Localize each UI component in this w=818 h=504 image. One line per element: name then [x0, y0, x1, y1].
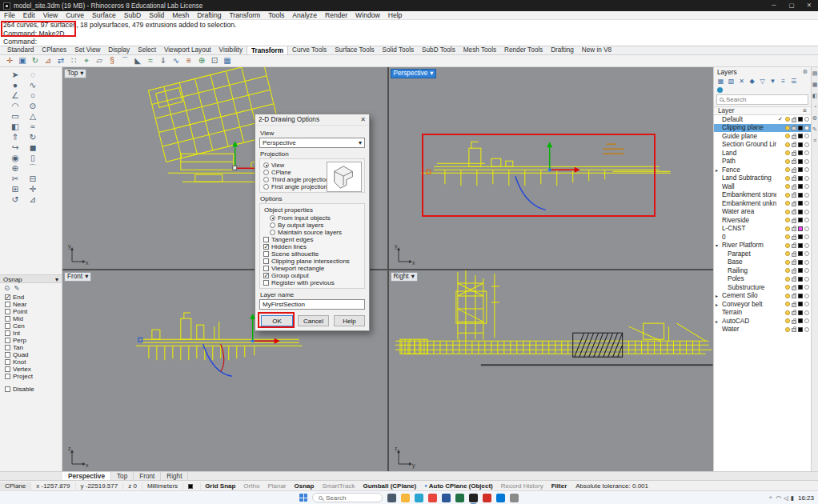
- layer-visibility-icon[interactable]: [785, 167, 790, 172]
- layer-row[interactable]: Embankment unknown: [714, 199, 811, 208]
- orient-icon[interactable]: ⌖: [81, 55, 92, 66]
- excel-icon[interactable]: [455, 494, 464, 502]
- smooth-icon[interactable]: ∿: [170, 55, 182, 66]
- layer-row[interactable]: Fence: [714, 166, 811, 174]
- layer-material-icon[interactable]: [804, 142, 809, 147]
- layers-search-input[interactable]: [726, 96, 805, 103]
- layer-lock-icon[interactable]: [792, 152, 796, 156]
- edge-icon[interactable]: [415, 494, 423, 502]
- status-toggle[interactable]: Planar: [263, 482, 290, 490]
- layer-material-icon[interactable]: [804, 318, 809, 323]
- layer-material-icon[interactable]: [804, 201, 809, 206]
- layer-row[interactable]: Poles: [714, 275, 811, 284]
- layer-visibility-icon[interactable]: [785, 302, 790, 306]
- new-sublayer-icon[interactable]: ▧: [727, 78, 736, 85]
- layer-name[interactable]: Water: [722, 326, 776, 333]
- layer-lock-icon[interactable]: [792, 286, 796, 290]
- layer-color-swatch[interactable]: [798, 210, 803, 214]
- option-checkbox[interactable]: Clipping plane intersections: [263, 258, 362, 265]
- cage-edit-icon[interactable]: ▦: [222, 55, 233, 66]
- layer-visibility-icon[interactable]: [785, 260, 790, 265]
- layer-visibility-icon[interactable]: [785, 117, 790, 122]
- layer-visibility-icon[interactable]: [785, 268, 790, 273]
- layer-color-swatch[interactable]: [798, 126, 803, 130]
- osnap-option[interactable]: Int: [5, 330, 62, 337]
- layer-row[interactable]: Embankment stone: [714, 191, 811, 200]
- toolbar-tab[interactable]: Solid Tools: [379, 46, 418, 54]
- toolbar-tab[interactable]: Drafting: [547, 46, 578, 54]
- layer-name[interactable]: Poles: [722, 275, 776, 282]
- osnap-checkbox[interactable]: [5, 323, 10, 329]
- osnap-checkbox[interactable]: [5, 316, 10, 322]
- viewport-perspective-label[interactable]: Perspective ▾: [391, 69, 437, 78]
- toolbar-tab[interactable]: New in V8: [578, 46, 616, 54]
- move-icon[interactable]: ✛: [4, 55, 15, 66]
- volume-icon[interactable]: ◁: [784, 494, 788, 502]
- layer-visibility-icon[interactable]: [785, 327, 790, 332]
- layer-expand-icon[interactable]: [716, 318, 720, 324]
- layer-name[interactable]: Riverside: [722, 217, 776, 224]
- layer-row[interactable]: Base: [714, 258, 811, 267]
- layer-material-icon[interactable]: [804, 184, 809, 189]
- viewport-tab[interactable]: Top: [111, 472, 134, 480]
- layer-material-icon[interactable]: [804, 150, 809, 155]
- option-checkbox[interactable]: Register with previous: [263, 279, 362, 286]
- layer-row[interactable]: Railing: [714, 266, 811, 275]
- trim-icon[interactable]: ✂: [6, 174, 24, 183]
- layer-material-icon[interactable]: [804, 294, 809, 298]
- osnap-option[interactable]: Knot: [5, 358, 62, 366]
- filter-icon[interactable]: ▽: [758, 78, 767, 85]
- layer-tools-icon[interactable]: [717, 87, 723, 93]
- layer-color-swatch[interactable]: [798, 176, 803, 181]
- osnap-option[interactable]: Point: [5, 308, 62, 315]
- viewport-dropdown-icon[interactable]: ▾: [80, 70, 83, 78]
- layer-name[interactable]: Wall: [722, 183, 776, 190]
- osnap-checkbox[interactable]: [5, 352, 10, 358]
- layer-visibility-icon[interactable]: [785, 126, 790, 130]
- taskbar-search[interactable]: Search: [312, 493, 383, 502]
- command-area[interactable]: 264 curves, 97 surfaces, 18 polysurfaces…: [0, 20, 818, 46]
- layer-color-swatch[interactable]: [798, 184, 803, 189]
- network-icon[interactable]: ◠: [776, 494, 782, 502]
- layer-name[interactable]: Base: [722, 258, 776, 266]
- fillet-icon[interactable]: ⌒: [24, 163, 42, 173]
- layer-material-icon[interactable]: [804, 243, 809, 248]
- layers-search-box[interactable]: [716, 94, 808, 105]
- layer-name[interactable]: Water area: [722, 208, 776, 215]
- osnap-checkbox[interactable]: [5, 294, 10, 300]
- layer-lock-icon[interactable]: [792, 311, 796, 315]
- layer-material-icon[interactable]: [804, 167, 809, 172]
- clock[interactable]: 16:23: [798, 494, 814, 502]
- layer-lock-icon[interactable]: [792, 160, 796, 164]
- toolbar-tab[interactable]: Set View: [70, 46, 104, 54]
- file-explorer-icon[interactable]: [401, 494, 410, 502]
- gumball-icon[interactable]: ⊕: [196, 55, 207, 66]
- menu-item[interactable]: Surface: [88, 11, 120, 19]
- word-icon[interactable]: [442, 494, 451, 502]
- scale-icon[interactable]: ⊿: [24, 194, 42, 204]
- settings-tab-icon[interactable]: ⚙: [812, 115, 817, 122]
- toolbar-tab[interactable]: Curve Tools: [288, 46, 331, 54]
- circle-icon[interactable]: ○: [24, 90, 42, 100]
- split-icon[interactable]: ⊟: [24, 174, 42, 183]
- layer-name[interactable]: River Platform: [722, 242, 776, 249]
- viewport-dropdown-icon[interactable]: ▾: [85, 273, 88, 281]
- layer-material-icon[interactable]: [804, 268, 809, 273]
- osnap-checkbox[interactable]: [5, 330, 10, 336]
- layer-material-icon[interactable]: [804, 327, 809, 332]
- menu-item[interactable]: Mesh: [168, 11, 193, 19]
- layer-expand-icon[interactable]: [716, 302, 720, 307]
- cplane-button[interactable]: CPlane: [0, 482, 31, 490]
- list-view-icon[interactable]: ≡: [779, 78, 788, 85]
- layer-color-swatch[interactable]: [798, 117, 803, 122]
- layer-material-icon[interactable]: [804, 302, 809, 306]
- layer-lock-icon[interactable]: [792, 270, 796, 274]
- shear-icon[interactable]: ▱: [94, 55, 105, 66]
- menu-item[interactable]: View: [39, 11, 62, 19]
- layer-row[interactable]: River Platform: [714, 242, 811, 250]
- delete-layer-icon[interactable]: ✕: [737, 78, 746, 85]
- status-toggle[interactable]: Ortho: [239, 482, 263, 490]
- layer-expand-icon[interactable]: [716, 293, 720, 298]
- osnap-checkbox[interactable]: [5, 302, 10, 307]
- layer-lock-icon[interactable]: [792, 126, 796, 130]
